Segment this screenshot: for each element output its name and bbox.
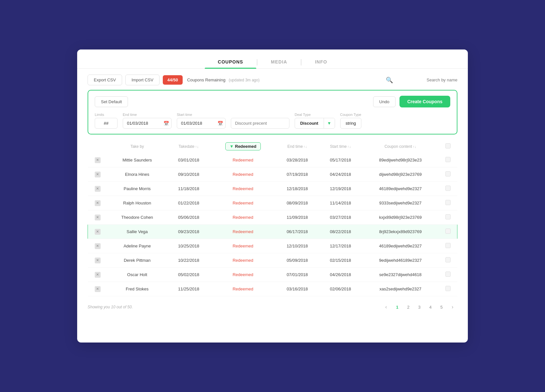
- page-5-button[interactable]: 5: [437, 302, 446, 312]
- page-next-button[interactable]: ›: [448, 302, 457, 312]
- delete-row-icon[interactable]: ✕: [95, 258, 101, 263]
- row-checkbox[interactable]: [445, 272, 451, 277]
- deal-type-select[interactable]: Discount ▼: [295, 118, 335, 129]
- table-row: ✕ Pauline Morris 11/18/2018 Redeemed 12/…: [88, 182, 457, 196]
- tab-coupons[interactable]: COUPONS: [205, 55, 256, 68]
- row-start-time: 08/22/2018: [319, 225, 362, 239]
- row-status: Redeemed: [210, 239, 276, 253]
- form-fields: Limits End time 📅 Start time 📅: [95, 113, 450, 129]
- delete-row-icon[interactable]: ✕: [95, 215, 101, 220]
- row-checkbox[interactable]: [445, 229, 451, 234]
- row-checkbox-cell: [439, 225, 457, 239]
- page-1-button[interactable]: 1: [392, 302, 402, 312]
- row-take-by: Mittie Saunders: [107, 153, 167, 167]
- status-badge: Redeemed: [232, 158, 253, 162]
- start-time-date-wrap: 📅: [177, 118, 226, 129]
- coupon-type-label: Coupon Type: [340, 113, 362, 117]
- status-badge: Redeemed: [232, 201, 253, 205]
- page-prev-button[interactable]: ‹: [381, 302, 391, 312]
- top-tabs: COUPONS | MEDIA | INFO: [77, 49, 468, 69]
- row-checkbox[interactable]: [445, 200, 451, 205]
- form-top-row: Set Default Undo Create Coupons: [95, 96, 450, 107]
- delete-row-icon[interactable]: ✕: [95, 186, 101, 192]
- set-default-button[interactable]: Set Default: [95, 96, 128, 107]
- table-row: ✕ Oscar Holt 05/02/2018 Redeemed 07/01/2…: [88, 268, 457, 282]
- row-start-time: 02/15/2018: [319, 253, 362, 268]
- row-checkbox[interactable]: [445, 186, 451, 191]
- delete-row-icon[interactable]: ✕: [95, 229, 101, 235]
- col-take-by: Take by: [107, 140, 167, 153]
- end-time-date-wrap: 📅: [123, 118, 172, 129]
- page-4-button[interactable]: 4: [426, 302, 435, 312]
- row-take-by: Fred Stokes: [107, 282, 167, 296]
- select-all-checkbox[interactable]: [445, 143, 451, 148]
- row-takedate: 05/06/2018: [167, 210, 210, 225]
- row-checkbox-cell: [439, 282, 457, 296]
- row-checkbox[interactable]: [445, 243, 451, 248]
- tab-info[interactable]: INFO: [302, 55, 340, 68]
- status-filter[interactable]: ▼ Redeemed: [225, 142, 261, 150]
- coupon-count-badge: 44/50: [163, 75, 183, 85]
- import-csv-button[interactable]: Import CSV: [125, 75, 160, 85]
- takedate-sort[interactable]: Takedate ↑↓: [179, 144, 199, 149]
- deal-type-value: Discount: [295, 118, 324, 128]
- tab-media[interactable]: MEDIA: [258, 55, 300, 68]
- row-coupon-content: 89edijwehd98rj923e23: [362, 153, 439, 167]
- deal-type-arrow-icon[interactable]: ▼: [324, 118, 335, 128]
- end-time-sort[interactable]: End time ↑↓: [287, 144, 307, 149]
- page-2-button[interactable]: 2: [403, 302, 413, 312]
- delete-row-icon[interactable]: ✕: [95, 157, 101, 163]
- deal-type-label: Deal Type: [295, 113, 335, 117]
- col-end-time: End time ↑↓: [276, 140, 319, 153]
- row-checkbox[interactable]: [445, 171, 451, 176]
- take-by-label: Take by: [131, 144, 144, 149]
- limits-input[interactable]: [95, 118, 118, 129]
- row-takedate: 01/22/2018: [167, 196, 210, 210]
- col-start-time: Start time ↑↓: [319, 140, 362, 153]
- row-delete-cell: ✕: [88, 225, 107, 239]
- start-time-field: Start time 📅: [177, 113, 226, 129]
- row-start-time: 12/17/2018: [319, 239, 362, 253]
- row-take-by: Derek Pittman: [107, 253, 167, 268]
- start-time-label: Start time: [177, 113, 226, 117]
- col-checkbox-header: [439, 140, 457, 153]
- row-takedate: 09/23/2018: [167, 225, 210, 239]
- coupon-content-sort[interactable]: Coupon content ↑↓: [384, 144, 416, 149]
- row-delete-cell: ✕: [88, 196, 107, 210]
- create-coupons-button[interactable]: Create Coupons: [399, 96, 450, 107]
- end-time-calendar-icon[interactable]: 📅: [163, 121, 169, 126]
- row-start-time: 02/06/2018: [319, 282, 362, 296]
- row-take-by: Oscar Holt: [107, 268, 167, 282]
- discount-percent-input[interactable]: [231, 118, 289, 129]
- start-time-calendar-icon[interactable]: 📅: [217, 121, 223, 126]
- start-time-sort[interactable]: Start time ↑↓: [330, 144, 351, 149]
- row-take-by: Pauline Morris: [107, 182, 167, 196]
- delete-row-icon[interactable]: ✕: [95, 243, 101, 249]
- row-checkbox-cell: [439, 182, 457, 196]
- search-input[interactable]: [399, 77, 457, 82]
- row-checkbox[interactable]: [445, 257, 451, 262]
- coupon-type-field: Coupon Type string: [340, 113, 362, 129]
- row-end-time: 06/17/2018: [276, 225, 319, 239]
- row-checkbox-cell: [439, 167, 457, 182]
- coupons-table-wrap: Take by Takedate ↑↓ ▼ Redeemed: [77, 140, 468, 296]
- delete-row-icon[interactable]: ✕: [95, 200, 101, 206]
- page-3-button[interactable]: 3: [414, 302, 424, 312]
- row-checkbox[interactable]: [445, 157, 451, 162]
- row-delete-cell: ✕: [88, 182, 107, 196]
- row-start-time: 04/26/2018: [319, 268, 362, 282]
- row-status: Redeemed: [210, 210, 276, 225]
- discount-field: [231, 113, 289, 129]
- delete-row-icon[interactable]: ✕: [95, 172, 101, 177]
- row-take-by: Sallie Vega: [107, 225, 167, 239]
- delete-row-icon[interactable]: ✕: [95, 272, 101, 278]
- search-icon[interactable]: 🔍: [386, 77, 393, 84]
- export-csv-button[interactable]: Export CSV: [88, 75, 122, 85]
- table-row: ✕ Adeline Payne 10/25/2018 Redeemed 12/1…: [88, 239, 457, 253]
- table-footer: Showing you 10 out of 50. ‹ 1 2 3 4 5 ›: [77, 296, 468, 320]
- delete-row-icon[interactable]: ✕: [95, 286, 101, 292]
- undo-button[interactable]: Undo: [373, 96, 396, 107]
- row-end-time: 12/10/2018: [276, 239, 319, 253]
- row-checkbox[interactable]: [445, 286, 451, 291]
- row-checkbox[interactable]: [445, 214, 451, 219]
